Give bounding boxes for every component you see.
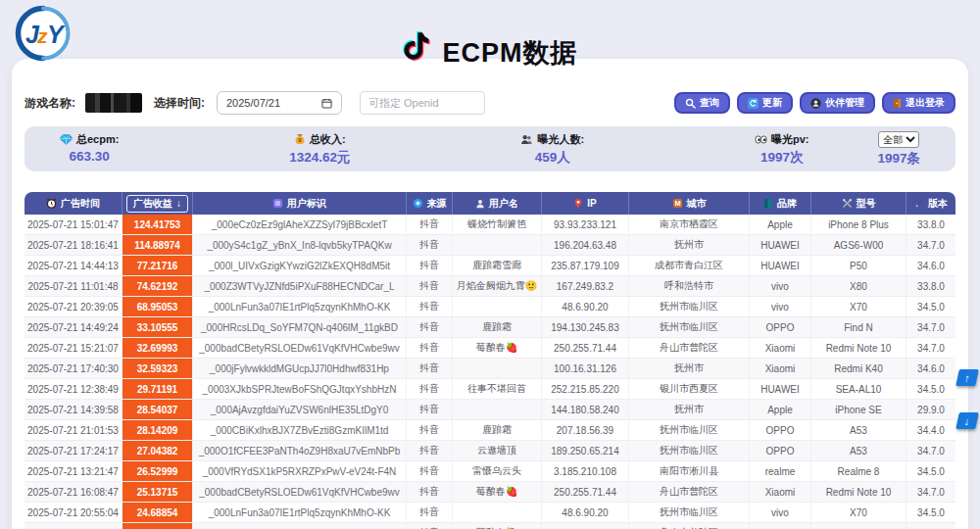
cell-brand: OPPO xyxy=(750,420,811,441)
col-header-user_id[interactable]: 用户标识 xyxy=(193,192,407,215)
svg-text:Y: Y xyxy=(47,21,66,48)
stat-total_ecpm: 总ecpm:663.30 xyxy=(60,132,119,167)
cell-version: 34.7.0 xyxy=(906,338,956,359)
cell-ip: 93.93.233.121 xyxy=(542,215,629,235)
date-value: 2025/07/21 xyxy=(226,97,280,109)
cell-brand: Xiaomi xyxy=(750,523,811,529)
table-row: 2025-07-21 20:39:0568.95053_000LnFun3a07… xyxy=(24,297,956,317)
cell-brand: realme xyxy=(750,461,811,482)
cell-ip: 189.250.65.214 xyxy=(542,441,629,461)
cell-ad_time: 2025-07-21 21:01:53 xyxy=(24,420,122,441)
cell-version: 33.8.0 xyxy=(906,215,956,235)
city-icon: M xyxy=(672,198,683,209)
table-row: 2025-07-21 16:08:4725.13715_000badCBetyR… xyxy=(24,482,956,503)
partner-button[interactable]: 伙伴管理 xyxy=(800,92,875,114)
openid-input[interactable] xyxy=(360,91,485,115)
user-icon xyxy=(475,199,485,209)
col-header-city[interactable]: M城市 xyxy=(629,192,750,215)
cell-username: 雷慑乌云头 xyxy=(453,461,542,482)
cell-source: 抖音 xyxy=(407,441,453,461)
cell-brand: vivo xyxy=(750,276,811,297)
cell-version: 34.7.0 xyxy=(906,482,956,503)
cell-ad_time: 2025-07-21 15:53:20 xyxy=(24,523,122,529)
game-name-label: 游戏名称: xyxy=(24,95,75,112)
cell-ip: 250.255.71.44 xyxy=(542,338,629,359)
cell-source: 抖音 xyxy=(407,297,453,317)
cell-ad_revenue: 77.21716 xyxy=(122,256,193,276)
table-row: 2025-07-21 11:01:4874.62192_000Z3WTVyJZN… xyxy=(24,276,956,297)
rows-filter-select[interactable]: 全部 xyxy=(878,131,919,148)
table-header-row: 广告时间广告收益↓用户标识来源用户名IPM城市品牌型号版本 xyxy=(24,192,956,215)
cell-ad_time: 2025-07-21 20:39:05 xyxy=(24,297,122,317)
pencil-icon xyxy=(914,199,924,209)
scroll-down-button[interactable]: ↓ xyxy=(956,412,979,429)
table-row: 2025-07-21 15:53:2024.00943_000badCBetyR… xyxy=(24,523,956,529)
table-row: 2025-07-21 15:01:47124.41753_000eCz0zEz9… xyxy=(24,215,956,235)
date-input[interactable]: 2025/07/21 xyxy=(217,91,342,115)
query-button[interactable]: 查询 xyxy=(674,92,730,114)
button-label: 伙伴管理 xyxy=(825,96,864,110)
cell-ad_time: 2025-07-21 15:01:47 xyxy=(24,215,122,235)
cell-model: X70 xyxy=(811,503,906,523)
cell-user_id: _000badCBetyRSLOEDw61VqKfVHCwbe9wv xyxy=(193,523,407,529)
sort-desc-icon: ↓ xyxy=(176,198,181,209)
cell-ip: 144.180.58.240 xyxy=(542,400,629,420)
pin-icon xyxy=(573,198,583,209)
tools-icon xyxy=(842,198,853,209)
refresh-icon xyxy=(748,98,759,109)
cell-city: 抚州市 xyxy=(629,359,750,379)
cell-version: 34.7.0 xyxy=(906,523,956,529)
calendar-icon[interactable] xyxy=(321,98,332,109)
cell-username xyxy=(453,503,542,523)
cell-city: 抚州市临川区 xyxy=(629,503,750,523)
cell-username: 鹿踉霜 xyxy=(453,420,542,441)
cell-user_id: _000badCBetyRSLOEDw61VqKfVHCwbe9wv xyxy=(193,338,407,359)
cell-city: 成都市青白江区 xyxy=(629,256,750,276)
cell-ip: 3.185.210.108 xyxy=(542,461,629,482)
cell-model: X80 xyxy=(811,276,906,297)
logout-button[interactable]: 退出登录 xyxy=(882,92,956,114)
col-header-ad_revenue[interactable]: 广告收益↓ xyxy=(122,192,193,215)
cell-city: 抚州市 xyxy=(629,235,750,256)
col-header-ip[interactable]: IP xyxy=(542,192,629,215)
cell-username xyxy=(453,359,542,379)
cell-ip: 194.130.245.83 xyxy=(542,317,629,338)
stat-label: 曝光pv: xyxy=(755,132,809,147)
cell-brand: Apple xyxy=(750,400,811,420)
col-header-version[interactable]: 版本 xyxy=(906,192,956,215)
cell-username: 鹿踉霜 xyxy=(453,317,542,338)
col-header-username[interactable]: 用户名 xyxy=(453,192,542,215)
cell-model: A53 xyxy=(811,441,906,461)
col-header-ad_time[interactable]: 广告时间 xyxy=(24,192,122,215)
search-icon xyxy=(685,98,696,109)
cell-ad_time: 2025-07-21 11:01:48 xyxy=(24,276,122,297)
cell-ad_revenue: 26.52999 xyxy=(122,461,193,482)
cell-brand: OPPO xyxy=(750,317,811,338)
cell-ad_revenue: 28.14209 xyxy=(122,420,193,441)
col-header-model[interactable]: 型号 xyxy=(811,192,906,215)
button-label: 更新 xyxy=(762,96,782,110)
table-row: 2025-07-21 14:39:5828.54037_000AjAvzgfda… xyxy=(24,400,956,420)
table-row: 2025-07-21 13:21:4726.52999_000VfRYdSX1k… xyxy=(24,461,956,482)
scroll-up-button[interactable]: ↑ xyxy=(956,369,979,386)
cell-username: 鹿踉霜雪廊 xyxy=(453,256,542,276)
stat-label: 曝光人数: xyxy=(520,132,584,147)
people-icon xyxy=(520,134,533,145)
stat-value: 459人 xyxy=(535,149,570,167)
table-row: 2025-07-21 14:49:2433.10555_000HRcsLDq_S… xyxy=(24,317,956,338)
cell-user_id: _000badCBetyRSLOEDw61VqKfVHCwbe9wv xyxy=(193,482,407,503)
cell-version: 34.5.0 xyxy=(906,503,956,523)
stat-value: 1997次 xyxy=(760,149,804,167)
cell-ad_time: 2025-07-21 12:38:49 xyxy=(24,379,122,400)
col-header-brand[interactable]: 品牌 xyxy=(750,192,811,215)
page-header: ECPM数据 xyxy=(0,29,980,67)
cell-source: 抖音 xyxy=(407,461,453,482)
cell-city: 舟山市普陀区 xyxy=(629,338,750,359)
cell-ip: 100.16.31.126 xyxy=(542,359,629,379)
cell-ad_revenue: 24.00943 xyxy=(122,523,193,529)
update-button[interactable]: 更新 xyxy=(737,92,793,114)
stat-exposure_users: 曝光人数:459人 xyxy=(520,132,584,167)
col-header-source[interactable]: 来源 xyxy=(407,192,453,215)
data-table-wrap: 广告时间广告收益↓用户标识来源用户名IPM城市品牌型号版本 2025-07-21… xyxy=(24,192,956,529)
cell-model: SEA-AL10 xyxy=(811,379,906,400)
